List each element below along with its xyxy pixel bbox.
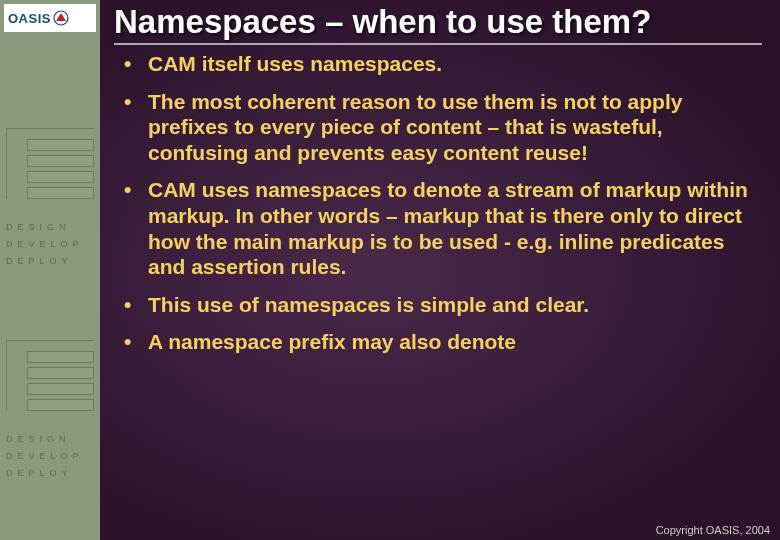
- decoration-bars-icon: [6, 128, 94, 199]
- oasis-logo: OASIS: [4, 4, 96, 32]
- decoration-bars-icon: [6, 340, 94, 411]
- sidebar-word: DESIGN: [6, 219, 94, 236]
- slide: OASIS DESIGN DEVELOP DEPLOY: [0, 0, 780, 540]
- sidebar-word: DEVELOP: [6, 448, 94, 465]
- logo-mark-icon: [53, 10, 69, 26]
- slide-title: Namespaces – when to use them?: [114, 4, 762, 45]
- sidebar-decoration-1: DESIGN DEVELOP DEPLOY: [6, 128, 94, 270]
- bullet-list: CAM itself uses namespaces. The most coh…: [114, 51, 762, 355]
- sidebar-words: DESIGN DEVELOP DEPLOY: [6, 219, 94, 270]
- copyright-text: Copyright OASIS, 2004: [656, 524, 770, 536]
- bullet-item: The most coherent reason to use them is …: [120, 89, 762, 166]
- sidebar-word: DESIGN: [6, 431, 94, 448]
- sidebar-words: DESIGN DEVELOP DEPLOY: [6, 431, 94, 482]
- sidebar-word: DEPLOY: [6, 465, 94, 482]
- bullet-item: A namespace prefix may also denote: [120, 329, 762, 355]
- bullet-item: CAM itself uses namespaces.: [120, 51, 762, 77]
- sidebar-word: DEPLOY: [6, 253, 94, 270]
- slide-body: Namespaces – when to use them? CAM itsel…: [100, 0, 780, 540]
- bullet-item: CAM uses namespaces to denote a stream o…: [120, 177, 762, 279]
- sidebar-word: DEVELOP: [6, 236, 94, 253]
- sidebar-decoration-2: DESIGN DEVELOP DEPLOY: [6, 340, 94, 482]
- bullet-item: This use of namespaces is simple and cle…: [120, 292, 762, 318]
- sidebar: OASIS DESIGN DEVELOP DEPLOY: [0, 0, 100, 540]
- logo-text: OASIS: [8, 11, 51, 26]
